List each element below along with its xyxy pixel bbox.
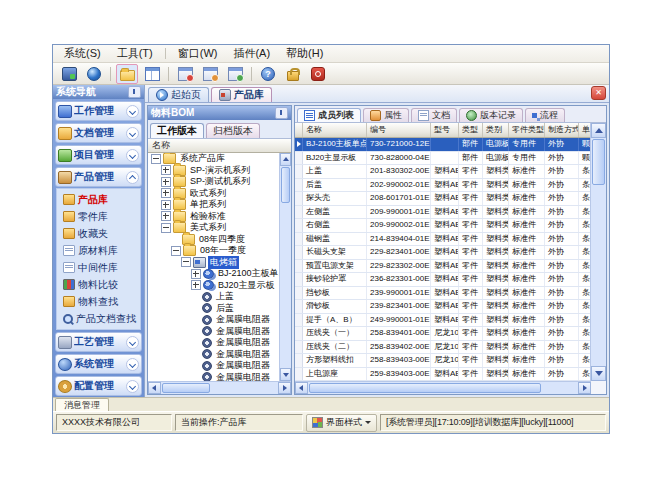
tree-column-header[interactable]: 名称 [148,139,291,153]
detail-tab-3[interactable]: 版本记录 [459,108,523,122]
table-row[interactable]: 探头壳208-601701-01E塑料ABS零件塑料类标准件外协条 [295,192,591,206]
expand-plus-icon[interactable] [191,280,201,290]
toolbar-button-1[interactable] [83,64,105,84]
column-header-4[interactable]: 类别 [483,123,509,137]
column-header-1[interactable]: 编号 [367,123,431,137]
scroll-down-icon[interactable] [591,366,606,381]
collapse-minus-icon[interactable] [161,223,171,233]
expand-plus-icon[interactable] [161,177,171,187]
menu-item-2[interactable]: 窗口(W) [171,45,225,62]
chevron-down-icon[interactable] [126,149,139,162]
tree-node-19[interactable]: 金属膜电阻器 [148,372,280,382]
toolbar-button-2[interactable] [116,64,138,84]
detail-tab-0[interactable]: 成员列表 [297,108,361,122]
sidebar-group-2[interactable]: 项目管理 [55,145,142,165]
column-header-0[interactable]: 名称 [303,123,367,137]
column-header-6[interactable]: 制造方式 [545,123,579,137]
table-row[interactable]: 压线夹（一）258-839401-00E尼龙1010零件塑料类标准件外协条 [295,327,591,341]
sidebar-item-4[interactable]: 中间件库 [57,259,140,276]
table-row[interactable]: 长磁头支架229-823401-00E塑料ABS零件塑料类标准件外协条 [295,246,591,260]
column-header-5[interactable]: 零件类型 [509,123,545,137]
menu-item-0[interactable]: 系统(S) [57,45,108,62]
bom-version-tab-1[interactable]: 归档版本 [206,123,260,138]
toolbar-button-8[interactable] [282,64,304,84]
sidebar-item-7[interactable]: 产品文档查找 [57,310,140,327]
tree-scroll-thumb[interactable] [281,167,290,203]
sidebar-item-2[interactable]: 收藏夹 [57,225,140,242]
table-row[interactable]: 磁钢盖214-839404-01E塑料ABS零件塑料类标准件外协条 [295,233,591,247]
collapse-minus-icon[interactable] [171,246,181,256]
sidebar-pin-icon[interactable] [128,86,141,98]
chevron-down-icon[interactable] [126,358,139,371]
scroll-up-icon[interactable] [591,123,606,138]
chevron-up-icon[interactable] [126,171,139,184]
scroll-right-icon[interactable] [578,382,591,394]
menu-item-1[interactable]: 工具(T) [110,45,160,62]
toolbar-button-9[interactable] [307,64,329,84]
scroll-left-icon[interactable] [148,382,161,394]
expand-plus-icon[interactable] [191,269,201,279]
table-row[interactable]: 方形塑料线扣258-839403-00E尼龙1010零件塑料类标准件外协条 [295,354,591,368]
doc-tab-1[interactable]: 产品库 [211,87,272,102]
table-row[interactable]: 挡钞板239-990001-01E塑料ABS零件塑料类标准件外协条 [295,287,591,301]
toolbar-button-6[interactable] [224,64,246,84]
table-row[interactable]: 后盖202-990002-01E塑料ABS零件塑料类标准件外协条 [295,179,591,193]
chevron-down-icon[interactable] [126,380,139,393]
bom-pin-icon[interactable] [275,107,288,119]
expand-plus-icon[interactable] [161,200,171,210]
table-row[interactable]: BJ20主显示板730-828000-04E部件电源板专用件外协颗 [295,152,591,166]
detail-tab-2[interactable]: 文档 [411,108,457,122]
sidebar-group-4[interactable]: 工艺管理 [55,332,142,352]
message-management-tab[interactable]: 消息管理 [55,398,109,411]
sidebar-group-0[interactable]: 工作管理 [55,101,142,121]
detail-tab-1[interactable]: 属性 [363,108,409,122]
sidebar-group-3[interactable]: 产品管理 [55,167,142,187]
toolbar-button-4[interactable] [174,64,196,84]
chevron-down-icon[interactable] [126,127,139,140]
table-hscroll-thumb[interactable] [309,383,541,393]
table-row[interactable]: BJ-2100主板单点730-721000-12E部件电源板专用件外协颗 [295,138,591,152]
table-row[interactable]: 左侧盖209-990001-01E塑料ABS零件塑料类标准件外协条 [295,206,591,220]
table-horizontal-scrollbar[interactable] [295,381,591,394]
sidebar-group-6[interactable]: 配置管理 [55,376,142,396]
sidebar-item-0[interactable]: 产品库 [57,191,140,208]
menu-item-4[interactable]: 帮助(H) [279,45,330,62]
toolbar-button-5[interactable] [199,64,221,84]
table-row[interactable]: 上电源座259-839403-00E塑料ABS零件塑料类标准件外协条 [295,368,591,382]
collapse-minus-icon[interactable] [181,257,191,267]
tree-vertical-scrollbar[interactable] [279,153,291,381]
table-row[interactable]: 接钞轮护罩236-823301-00E塑料ABS零件塑料类标准件外协条 [295,273,591,287]
tree-hscroll-thumb[interactable] [162,383,210,393]
scroll-left-icon[interactable] [295,382,308,394]
table-vertical-scrollbar[interactable] [590,123,606,381]
scroll-up-icon[interactable] [280,153,291,166]
doc-tab-0[interactable]: 起始页 [148,87,209,102]
column-header-2[interactable]: 型号 [431,123,459,137]
chevron-down-icon[interactable] [126,336,139,349]
table-row[interactable]: 右侧盖209-990002-01E塑料ABS零件塑料类标准件外协条 [295,219,591,233]
table-row[interactable]: 预置电源支架229-823302-00E塑料ABS零件塑料类标准件外协条 [295,260,591,274]
scroll-down-icon[interactable] [280,368,291,381]
table-scroll-thumb[interactable] [592,139,605,185]
table-row[interactable]: 上盖201-830302-00E塑料ABS零件塑料类标准件外协条 [295,165,591,179]
table-row[interactable]: 压线夹（二）258-839402-00E尼龙1010零件塑料类标准件外协条 [295,341,591,355]
expand-plus-icon[interactable] [161,188,171,198]
bom-version-tab-0[interactable]: 工作版本 [150,123,204,138]
ui-style-button[interactable]: 界面样式 [306,414,377,432]
table-row[interactable]: 滑钞板239-823401-00E塑料ABS零件塑料类标准件外协条 [295,300,591,314]
sidebar-group-5[interactable]: 系统管理 [55,354,142,374]
menu-item-3[interactable]: 插件(A) [226,45,277,62]
chevron-down-icon[interactable] [126,105,139,118]
toolbar-button-7[interactable] [257,64,279,84]
tree-horizontal-scrollbar[interactable] [148,381,291,394]
sidebar-item-3[interactable]: 原材料库 [57,242,140,259]
sidebar-item-5[interactable]: 物料比较 [57,276,140,293]
toolbar-button-3[interactable] [141,64,163,84]
sidebar-group-1[interactable]: 文档管理 [55,123,142,143]
expand-plus-icon[interactable] [161,211,171,221]
sidebar-item-6[interactable]: 物料查找 [57,293,140,310]
close-tab-button[interactable] [591,86,606,100]
toolbar-button-0[interactable] [58,64,80,84]
scroll-right-icon[interactable] [278,382,291,394]
collapse-minus-icon[interactable] [151,154,161,164]
